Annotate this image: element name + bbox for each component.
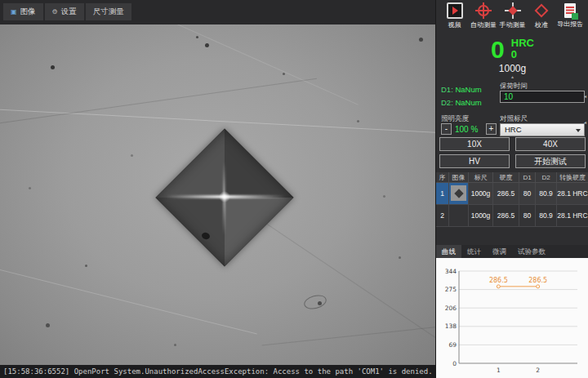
scratch-line xyxy=(0,262,257,334)
video-icon xyxy=(447,2,463,19)
col-header-hardness: 硬度 xyxy=(493,172,519,183)
manual-measure-button[interactable]: 手动测量 xyxy=(498,2,527,38)
tab-dimension-measure[interactable]: 尺寸测量 xyxy=(86,3,131,20)
manual-measure-label: 手动测量 xyxy=(500,20,526,29)
svg-text:206: 206 xyxy=(445,305,457,312)
d1-value: NaNum xyxy=(455,85,481,94)
svg-text:0: 0 xyxy=(452,360,457,367)
tab-settings[interactable]: ⚙ 设置 xyxy=(45,3,84,20)
control-panel: 视频 自动测量 手动测量 校准 导出报告 0 xyxy=(435,0,588,378)
svg-text:286.5: 286.5 xyxy=(528,277,547,284)
svg-text:69: 69 xyxy=(448,341,457,349)
cell-load: 1000g xyxy=(469,205,493,227)
cell-d1: 80 xyxy=(519,183,536,205)
results-table: 序号 图像 标尺 硬度 D1 D2 转换硬度 1 1000g 286.5 80 … xyxy=(436,172,588,227)
hardness-tester-window: ▣ 图像 ⚙ 设置 尺寸测量 [15:58:36:6552] OpenPort xyxy=(0,0,588,378)
col-header-d2: D2 xyxy=(536,172,557,183)
scratch-line xyxy=(0,109,435,134)
surface-mark xyxy=(302,293,327,312)
view-tabs: ▣ 图像 ⚙ 设置 尺寸测量 xyxy=(3,3,131,20)
cell-hardness: 286.5 xyxy=(493,183,519,205)
tab-finetune[interactable]: 微调 xyxy=(487,245,512,258)
cell-thumbnail xyxy=(449,183,469,205)
d1-readout: D1: NaNum xyxy=(441,85,482,94)
brightness-increase-button[interactable]: + xyxy=(486,123,497,135)
svg-text:344: 344 xyxy=(445,268,457,275)
export-report-label: 导出报告 xyxy=(557,20,583,29)
main-toolbar: 视频 自动测量 手动测量 校准 导出报告 xyxy=(436,0,588,38)
col-header-no: 序号 xyxy=(436,172,449,183)
dust-specks xyxy=(0,24,1,25)
test-load: 1000g xyxy=(436,63,588,74)
collapse-left-icon[interactable]: ◂ xyxy=(584,93,586,99)
tab-statistics[interactable]: 统计 xyxy=(461,245,487,258)
cell-load: 1000g xyxy=(469,183,493,205)
scratch-line xyxy=(262,324,435,345)
ref-scale-dropdown[interactable]: HRC xyxy=(500,123,585,136)
indent-thumbnail xyxy=(451,185,466,201)
cell-d2: 80.9 xyxy=(536,205,557,227)
hardness-curve-chart: 344275206138690286.51286.52 xyxy=(436,258,588,378)
manual-measure-icon xyxy=(505,2,521,19)
cell-hardness: 286.5 xyxy=(493,205,519,227)
hardness-scale: HRC xyxy=(511,38,534,49)
col-header-converted: 转换硬度 xyxy=(557,172,588,183)
tab-settings-label: 设置 xyxy=(61,7,77,17)
hold-time-input[interactable]: 10 xyxy=(500,91,585,103)
caret-up-icon: ▴ xyxy=(436,74,588,79)
microscope-view[interactable] xyxy=(0,24,435,365)
scratch-line xyxy=(164,24,359,105)
tab-dimension-measure-label: 尺寸测量 xyxy=(93,7,124,17)
export-report-button[interactable]: 导出报告 xyxy=(556,2,585,38)
hv-mode-button[interactable]: HV xyxy=(439,154,510,168)
hardness-readout: 0 HRC 0 1000g ▴ xyxy=(436,36,588,82)
chevron-down-icon xyxy=(576,129,581,132)
col-header-image: 图像 xyxy=(449,172,469,183)
mag-10x-button[interactable]: 10X xyxy=(439,137,510,151)
brightness-value: 100 % xyxy=(455,125,478,134)
image-tab-icon: ▣ xyxy=(11,9,17,16)
table-row[interactable]: 1 1000g 286.5 80 80.9 28.1 HRC xyxy=(436,183,588,205)
analysis-tabs: 曲线 统计 微调 试验参数 xyxy=(436,245,588,258)
table-header-row: 序号 图像 标尺 硬度 D1 D2 转换硬度 xyxy=(436,172,588,183)
diagonal-section: D1: NaNum D2: NaNum 保荷时间 10 xyxy=(441,82,585,113)
status-bar: [15:58:36:6552] OpenPort System.Unauthor… xyxy=(0,365,435,378)
tab-curve[interactable]: 曲线 xyxy=(436,245,461,258)
status-message: [15:58:36:6552] OpenPort System.Unauthor… xyxy=(3,367,433,376)
auto-measure-button[interactable]: 自动测量 xyxy=(469,2,497,38)
video-label: 视频 xyxy=(448,20,461,29)
d2-label: D2: xyxy=(441,98,453,107)
cell-thumbnail xyxy=(449,205,469,227)
col-header-scale: 标尺 xyxy=(469,172,493,183)
calibrate-label: 校准 xyxy=(535,20,548,29)
auto-measure-label: 自动测量 xyxy=(470,20,497,29)
video-button[interactable]: 视频 xyxy=(440,2,469,38)
calibrate-button[interactable]: 校准 xyxy=(527,2,555,38)
converted-value: 0 xyxy=(511,49,534,60)
svg-text:1: 1 xyxy=(497,367,501,374)
d2-readout: D2: NaNum xyxy=(441,98,482,107)
calibrate-icon xyxy=(533,2,550,19)
results-chart-svg: 344275206138690286.51286.52 xyxy=(436,258,588,378)
table-row[interactable]: 2 1000g 286.5 80 80.9 28.1 HRC xyxy=(436,205,588,227)
scratch-line xyxy=(0,78,317,127)
collapse-left-icon[interactable]: ◂ xyxy=(584,119,586,125)
top-bar: ▣ 图像 ⚙ 设置 尺寸测量 xyxy=(0,0,435,24)
tab-image[interactable]: ▣ 图像 xyxy=(3,3,43,20)
mag-40x-button[interactable]: 40X xyxy=(515,137,586,151)
cell-converted: 28.1 HRC xyxy=(557,205,588,227)
hardness-value: 0 xyxy=(491,38,505,62)
brightness-section: 照明亮度 - 100 % + 对照标尺 HRC xyxy=(441,114,585,137)
cell-d2: 80.9 xyxy=(536,183,557,205)
gear-icon: ⚙ xyxy=(52,9,58,16)
tab-image-label: 图像 xyxy=(20,7,36,17)
start-test-button[interactable]: 开始测试 xyxy=(515,154,586,168)
cell-d1: 80 xyxy=(519,205,536,227)
svg-text:275: 275 xyxy=(445,286,457,293)
cell-converted: 28.1 HRC xyxy=(557,183,588,205)
brightness-decrease-button[interactable]: - xyxy=(441,123,452,135)
col-header-d1: D1 xyxy=(519,172,536,183)
cell-no: 2 xyxy=(436,205,449,227)
light-reflection-center xyxy=(219,191,230,202)
tab-test-params[interactable]: 试验参数 xyxy=(512,245,551,258)
